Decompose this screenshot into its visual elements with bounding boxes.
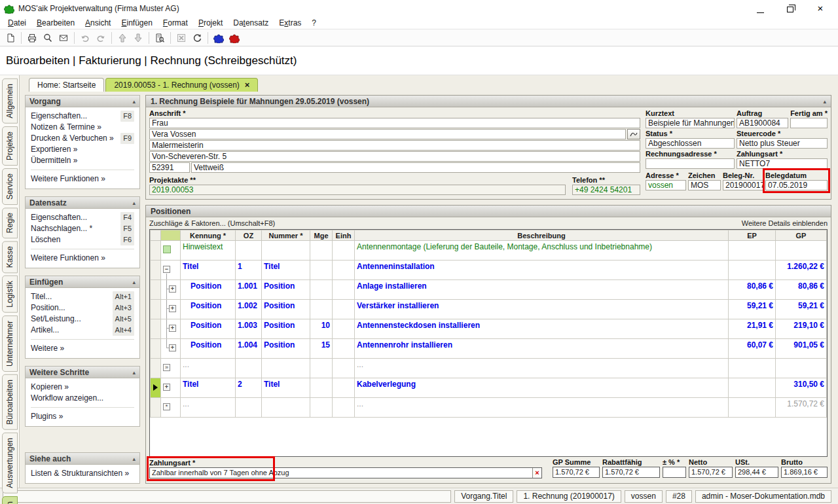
group-einfuegen-header[interactable]: Einfügen▴ (26, 276, 139, 288)
menu-item-extras[interactable]: Extras (274, 18, 306, 28)
expand-node-icon[interactable]: + (169, 344, 176, 351)
sidebar-item-kopieren[interactable]: Kopieren » (31, 382, 134, 393)
refresh-icon[interactable] (189, 31, 205, 45)
plugin-blue-icon[interactable] (211, 31, 227, 45)
group-datensatz-header[interactable]: Datensatz▴ (26, 197, 139, 209)
table-row-titel-1[interactable]: − Titel 1 Titel Antenneninstallation 1.2… (151, 261, 827, 280)
table-row-more[interactable]: » ... ... (151, 359, 827, 378)
tab-home-startseite[interactable]: Home: Startseite (29, 78, 104, 92)
clear-zahlungsart-icon[interactable]: × (532, 468, 541, 478)
new-document-icon[interactable] (3, 31, 18, 45)
table-row-sum[interactable]: * ... ... 1.570,72 € (151, 398, 827, 418)
sidebar-item-weitere-einfuegen[interactable]: Weitere » (31, 343, 134, 354)
tab-rechnung-active[interactable]: 2019.00053 - 1. Rechnung (vossen) × (105, 78, 258, 92)
group-weitere-schritte-header[interactable]: Weitere Schritte▴ (26, 367, 139, 378)
menu-item-?[interactable]: ? (306, 18, 321, 28)
side-tab-bueroarbeiten[interactable]: Büroarbeiten (2, 374, 18, 430)
table-row-hinweistext[interactable]: Hinweistext Antennenmontage (Lieferung d… (151, 241, 827, 261)
sidebar-item-listen-strukturansichten[interactable]: Listen & Strukturansichten » (31, 468, 134, 479)
side-tab-unternehmer[interactable]: Unternehmer (2, 315, 18, 372)
expand-node-icon[interactable]: + (169, 285, 176, 293)
rabattfaehig-field[interactable]: 1.570,72 € (602, 467, 660, 478)
beleg-nr-field[interactable]: 201900017 (723, 180, 763, 190)
rabatt-prozent-field[interactable] (663, 467, 686, 478)
sidebar-item-position[interactable]: Position...Alt+3 (31, 302, 134, 314)
more-node-icon[interactable]: » (163, 364, 170, 371)
sidebar-item-titel[interactable]: Titel...Alt+1 (31, 291, 134, 302)
collapse-node-icon[interactable]: − (163, 266, 170, 273)
group-siehe-auch-header[interactable]: Siehe auch▴ (26, 453, 139, 465)
sidebar-item-plugins[interactable]: Plugins » (31, 411, 134, 422)
projektakte-field[interactable]: 2019.00053 (149, 185, 566, 195)
side-tab-service[interactable]: Service (2, 168, 18, 205)
group-vorgang-header[interactable]: Vorgang▴ (26, 96, 139, 107)
kurztext-field[interactable]: Beispiele für Mahnungen (646, 118, 735, 128)
side-tab-projekte[interactable]: Projekte (2, 126, 18, 166)
menu-item-ansicht[interactable]: Ansicht (80, 18, 116, 28)
sidebar-item-uebermitteln[interactable]: Übermitteln » (31, 155, 134, 166)
side-tab-auswertungen[interactable]: Auswertungen (2, 433, 18, 494)
expand-node-icon[interactable]: + (169, 305, 176, 312)
zahlungsart-text-field[interactable]: Zahlbar innerhalb von 7 Tagen ohne Abzug (150, 468, 532, 478)
move-up-icon[interactable] (115, 31, 130, 45)
sidebar-item-artikel[interactable]: Artikel...Alt+4 (31, 325, 134, 336)
table-row-position-1004[interactable]: + Position 1.004 Position 15 Antennenroh… (151, 339, 827, 359)
sidebar-item-eigenschaften-datensatz[interactable]: Eigenschaften...F4 (31, 212, 134, 223)
sidebar-item-exportieren[interactable]: Exportieren » (31, 144, 134, 155)
anschrift-line4-field[interactable]: Von-Scheveren-Str. 5 (149, 151, 640, 162)
anschrift-line1-field[interactable]: Frau (149, 118, 640, 128)
cancel-icon[interactable] (173, 31, 189, 45)
print-icon[interactable] (24, 31, 40, 45)
sidebar-item-loeschen[interactable]: LöschenF6 (31, 234, 134, 245)
collapse-panel-icon[interactable]: ▴ (823, 98, 826, 105)
table-row-titel-2[interactable]: + Titel 2 Titel Kabelverlegung 310,50 € (151, 378, 827, 398)
side-tab-logistik[interactable]: Logistik (2, 276, 18, 313)
plz-field[interactable]: 52391 (149, 162, 190, 173)
expand-node-icon[interactable]: + (163, 384, 170, 391)
menu-item-datensatz[interactable]: Datensatz (228, 18, 274, 28)
sidebar-item-drucken-verbuchen[interactable]: Drucken & Verbuchen »F9 (31, 133, 134, 144)
side-tab-allgemein[interactable]: Allgemein (2, 79, 18, 124)
zeichen-field[interactable]: MOS (688, 180, 721, 190)
print-preview-icon[interactable] (40, 31, 56, 45)
menu-item-datei[interactable]: Datei (3, 18, 31, 28)
plugin-red-icon[interactable] (227, 31, 242, 45)
menu-item-einfgen[interactable]: Einfügen (116, 18, 157, 28)
menu-item-format[interactable]: Format (158, 18, 193, 28)
auftrag-field[interactable]: AB1900084 (737, 118, 788, 128)
table-row-position-1003[interactable]: + Position 1.003 Position 10 Antennenste… (151, 319, 827, 339)
table-row-position-1002[interactable]: + Position 1.002 Position Verstärker ins… (151, 300, 827, 319)
new-row-icon[interactable]: * (163, 403, 170, 410)
sidebar-item-nachschlagen[interactable]: Nachschlagen... *F5 (31, 223, 134, 234)
minimize-button[interactable] (756, 4, 765, 13)
weitere-details-link[interactable]: Weitere Details einblenden (742, 219, 828, 227)
table-row-position-1001[interactable]: + Position 1.001 Position Anlage install… (151, 280, 827, 300)
ust-field[interactable]: 298,44 € (735, 467, 778, 478)
tab-close-icon[interactable]: × (245, 81, 250, 89)
anschrift-line3-field[interactable]: Malermeisterin (149, 140, 640, 151)
undo-icon[interactable] (77, 31, 93, 45)
move-down-icon[interactable] (130, 31, 146, 45)
menu-item-bearbeiten[interactable]: Bearbeiten (31, 18, 80, 28)
adresse-field[interactable]: vossen (646, 180, 686, 190)
sidebar-item-eigenschaften-vorgang[interactable]: Eigenschaften...F8 (31, 111, 134, 122)
lookup-document-icon[interactable] (152, 31, 168, 45)
side-tab-kasse[interactable]: Kasse (2, 241, 18, 273)
anschrift-line2-field[interactable]: Vera Vossen (149, 129, 626, 139)
status-field[interactable]: Abgeschlossen (646, 138, 735, 149)
sidebar-item-workflow-anzeigen[interactable]: Workflow anzeigen... (31, 393, 134, 404)
telefon-field[interactable]: +49 2424 54201 (572, 185, 640, 195)
sidebar-item-set-leistung[interactable]: Set/Leistung...Alt+5 (31, 314, 134, 325)
belegdatum-field[interactable]: 07.05.2019 (765, 180, 828, 190)
side-tab-stammdaten[interactable]: Stammdaten (2, 496, 18, 504)
fertig-am-field[interactable] (790, 118, 828, 128)
brutto-field[interactable]: 1.869,16 € (781, 467, 828, 478)
zahlungsart-field[interactable]: NETTO7 (737, 158, 828, 169)
rechnungsadresse-field[interactable] (646, 158, 735, 169)
gp-summe-field[interactable]: 1.570,72 € (553, 467, 600, 478)
sidebar-item-weitere-funktionen-datensatz[interactable]: Weitere Funktionen » (31, 253, 134, 264)
menu-item-projekt[interactable]: Projekt (193, 18, 228, 28)
steuercode-field[interactable]: Netto plus Steuer (737, 138, 828, 149)
sidebar-item-weitere-funktionen-vorgang[interactable]: Weitere Funktionen » (31, 173, 134, 185)
redo-icon[interactable] (93, 31, 109, 45)
